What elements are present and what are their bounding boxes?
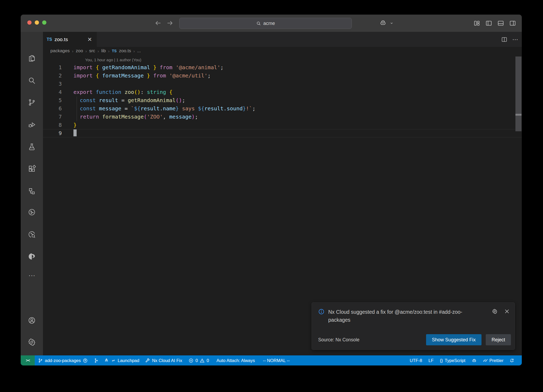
account-icon[interactable] [28,316,36,324]
code-line[interactable]: 5 const result = getRandomAnimal(); [43,96,522,104]
launchpad-item[interactable]: Launchpad [103,358,141,363]
tab-zoo-ts[interactable]: TS zoo.ts ✕ [43,32,97,47]
notification-settings-gear-icon[interactable] [492,308,498,314]
code-area[interactable]: 1import { getRandomAnimal } from '@acme/… [43,63,522,137]
copilot-icon [472,358,477,363]
breadcrumb-file[interactable]: zoo.ts [119,48,131,54]
breadcrumb-item[interactable]: lib [101,48,106,54]
notification-source: Source: Nx Console [318,337,426,343]
commit-graph-icon [94,358,99,363]
error-count: 0 [195,358,198,363]
minimize-window-button[interactable] [35,20,39,25]
editor-cursor [73,129,77,136]
testing-icon[interactable] [28,143,36,151]
more-views-icon[interactable]: ··· [28,273,36,281]
publish-changes-icon [83,358,88,363]
code-line[interactable]: 9 [43,129,522,137]
vim-mode-indicator[interactable]: -- NORMAL -- [262,358,291,363]
code-line[interactable]: 3 [43,80,522,88]
toggle-panel-icon[interactable] [497,20,504,27]
breadcrumb-symbol[interactable]: ... [137,48,141,54]
code-line[interactable]: 7 return formatMessage('ZOO', message); [43,113,522,121]
split-editor-icon[interactable] [501,36,507,43]
navigate-back-icon[interactable] [154,19,162,27]
line-number: 4 [43,88,62,96]
git-branch-icon [38,358,43,363]
vscode-window: acme [21,15,522,365]
extensions-icon[interactable] [28,165,36,173]
command-center-search[interactable]: acme [179,18,352,29]
line-number: 3 [43,80,62,88]
copilot-icon[interactable] [379,19,387,27]
line-number: 1 [43,63,62,72]
breadcrumb: packages › zoo › src › lib › TS zoo.ts ›… [43,47,522,55]
edge-browser-icon[interactable] [28,252,36,260]
navigate-forward-icon[interactable] [166,19,174,27]
close-window-button[interactable] [27,20,32,25]
explorer-icon[interactable] [28,54,36,62]
source-control-graph-item[interactable] [93,358,100,363]
gitlens-inspect-icon[interactable] [28,230,36,238]
codelens-blame[interactable]: You, 1 hour ago | 1 author (You) [85,57,522,63]
notification-toast: Nx Cloud suggested a fix for @acme/zoo:t… [312,302,515,350]
chevron-down-icon[interactable] [389,21,394,25]
reject-button[interactable]: Reject [486,334,511,345]
editor-more-actions-icon[interactable]: ⋯ [512,38,518,41]
customize-layout-icon[interactable] [473,20,480,27]
tab-close-icon[interactable]: ✕ [86,36,93,43]
nx-cloud-icon[interactable] [28,208,36,216]
breadcrumb-item[interactable]: packages [50,48,70,54]
problems-item[interactable]: 0 0 [187,358,210,363]
eol-item[interactable]: LF [427,358,435,363]
typescript-file-icon: TS [112,49,117,53]
search-value: acme [263,21,275,26]
errors-icon [189,358,194,363]
git-branch-item[interactable]: add-zoo-packages [37,358,89,363]
line-number: 6 [43,104,62,113]
source-control-icon[interactable] [28,98,36,106]
nx-cloud-ai-fix-label: Nx Cloud AI Fix [152,358,182,363]
code-line[interactable]: 2import { formatMessage } from '@acme/ut… [43,72,522,80]
code-line[interactable]: 4export function zoo(): string { [43,88,522,96]
encoding-item[interactable]: UTF-8 [409,358,423,363]
remote-indicator[interactable]: >< [21,355,35,365]
code-line[interactable]: 8} [43,121,522,129]
braces-icon: {} [440,358,443,363]
breadcrumb-item[interactable]: src [89,48,95,54]
code-line[interactable]: 6 const message = `${result.name} says $… [43,104,522,113]
wrench-icon [145,358,150,363]
title-bar: acme [21,15,522,32]
warnings-icon [200,358,205,363]
nx-console-icon[interactable] [28,187,36,195]
zoom-window-button[interactable] [42,20,46,25]
notifications-bell-item[interactable] [508,358,515,363]
toggle-primary-sidebar-icon[interactable] [485,20,492,27]
warning-count: 0 [207,358,209,363]
code-line[interactable]: 1import { getRandomAnimal } from '@acme/… [43,63,522,72]
run-debug-icon[interactable] [28,121,36,129]
tab-title: zoo.ts [54,37,86,42]
search-view-icon[interactable] [28,77,36,85]
double-check-icon: ✓✓ [483,358,487,363]
link-icon [111,358,116,363]
notification-close-icon[interactable] [504,308,510,314]
bell-icon [509,358,514,363]
copilot-status-item[interactable] [471,358,478,363]
settings-gear-icon[interactable] [28,338,36,346]
auto-attach-item[interactable]: Auto Attach: Always [216,358,256,363]
breadcrumb-item[interactable]: zoo [76,48,83,54]
nx-cloud-ai-fix-item[interactable]: Nx Cloud AI Fix [144,358,183,363]
indent-guide [77,97,77,121]
toggle-secondary-sidebar-icon[interactable] [509,20,516,27]
line-number: 2 [43,72,62,80]
line-number: 9 [43,129,62,137]
rocket-icon [104,358,109,363]
formatter-item[interactable]: ✓✓ Prettier [481,358,505,363]
info-icon [318,308,325,315]
editor-scrollbar[interactable] [515,56,522,131]
language-mode-item[interactable]: {} TypeScript [439,358,466,363]
line-number: 7 [43,113,62,121]
line-number: 5 [43,96,62,104]
show-suggested-fix-button[interactable]: Show Suggested Fix [426,334,481,345]
scrollbar-cursor-marker [515,114,522,116]
